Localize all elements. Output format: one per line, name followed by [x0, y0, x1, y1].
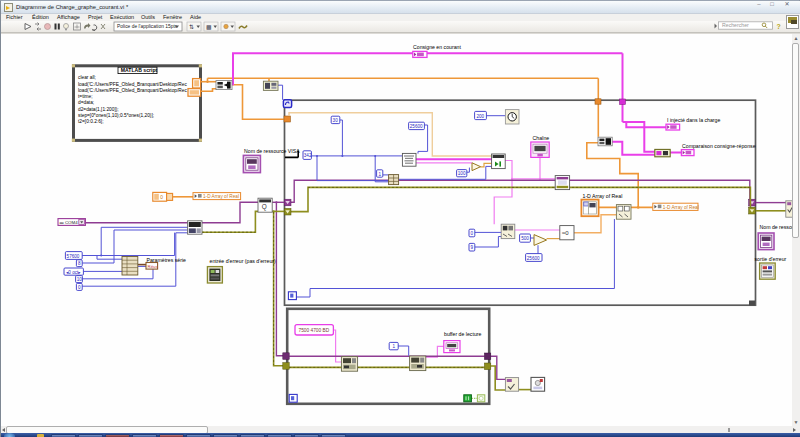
svg-text:Chaîne: Chaîne [533, 135, 550, 141]
svg-text:25600: 25600 [410, 124, 423, 129]
svg-text:I injecté dans la charge: I injecté dans la charge [667, 117, 720, 123]
svg-text:100: 100 [458, 171, 466, 176]
svg-text:MATLAB script: MATLAB script [121, 67, 158, 73]
svg-text:⇅: ⇅ [189, 24, 194, 30]
svg-text:57600: 57600 [67, 254, 80, 259]
svg-text:9: 9 [471, 245, 474, 250]
svg-text:sortie d'erreur: sortie d'erreur [755, 256, 787, 262]
svg-text:Paramètres série: Paramètres série [147, 257, 187, 263]
svg-text:?: ? [777, 23, 781, 30]
svg-text:1-D Array of Real: 1-D Array of Real [583, 193, 623, 199]
svg-text:d=data;: d=data; [78, 100, 94, 105]
svg-text:8: 8 [78, 261, 81, 266]
svg-text:▩: ▩ [206, 24, 212, 30]
svg-text:342: 342 [304, 153, 312, 158]
svg-text:0: 0 [471, 231, 474, 236]
svg-text:1: 1 [378, 172, 381, 177]
svg-text:Consigne en courant: Consigne en courant [413, 44, 461, 50]
svg-text:Nom de ressource VISA: Nom de ressource VISA [244, 148, 300, 154]
svg-text:0: 0 [78, 285, 81, 290]
svg-text:d2=data(1,[1:200]);: d2=data(1,[1:200]); [78, 107, 119, 112]
svg-text:200: 200 [476, 114, 484, 119]
svg-text:7500 4700 BD: 7500 4700 BD [299, 328, 330, 333]
svg-text:10: 10 [77, 277, 83, 282]
svg-text:Police de l'application 15pts: Police de l'application 15pts [117, 24, 178, 29]
svg-text:clear all;: clear all; [78, 75, 96, 80]
svg-text:load('C:/Users/PFE_Obled_Branq: load('C:/Users/PFE_Obled_Branquart/Deskt… [78, 88, 187, 93]
svg-text:Comparaison consigne-réponse: Comparaison consigne-réponse [682, 143, 756, 149]
svg-text:0: 0 [160, 195, 163, 200]
svg-text:500: 500 [521, 236, 529, 241]
svg-text:25600: 25600 [527, 256, 540, 261]
svg-text:Réus: Réus [148, 264, 159, 269]
svg-text:1-D Array of Real: 1-D Array of Real [663, 205, 699, 210]
svg-text:1: 1 [392, 344, 395, 349]
svg-text:≈0: ≈0 [562, 230, 569, 236]
svg-text:⅏ COM4: ⅏ COM4 [60, 220, 79, 225]
svg-text:buffer de lecture: buffer de lecture [444, 331, 482, 337]
svg-text:load('C:/Users/PFE_Obled_Branq: load('C:/Users/PFE_Obled_Branquart/Deskt… [78, 82, 187, 87]
svg-text:Q: Q [262, 203, 267, 211]
svg-text:entrée d'erreur (pas d'erreur): entrée d'erreur (pas d'erreur) [210, 258, 277, 264]
svg-text:t2=[0:0.2:6];: t2=[0:0.2:6]; [78, 119, 103, 124]
svg-text:t=time;: t=time; [78, 94, 93, 99]
svg-text:30: 30 [333, 118, 339, 123]
svg-text:Rechercher: Rechercher [722, 22, 749, 28]
svg-text:step=[0*ones(1,10);0.5*ones(1,: step=[0*ones(1,10);0.5*ones(1,20)]; [78, 113, 154, 118]
svg-text:1-D Array of Real: 1-D Array of Real [203, 194, 239, 199]
svg-text:◂0 oct▸: ◂0 oct▸ [66, 270, 81, 275]
